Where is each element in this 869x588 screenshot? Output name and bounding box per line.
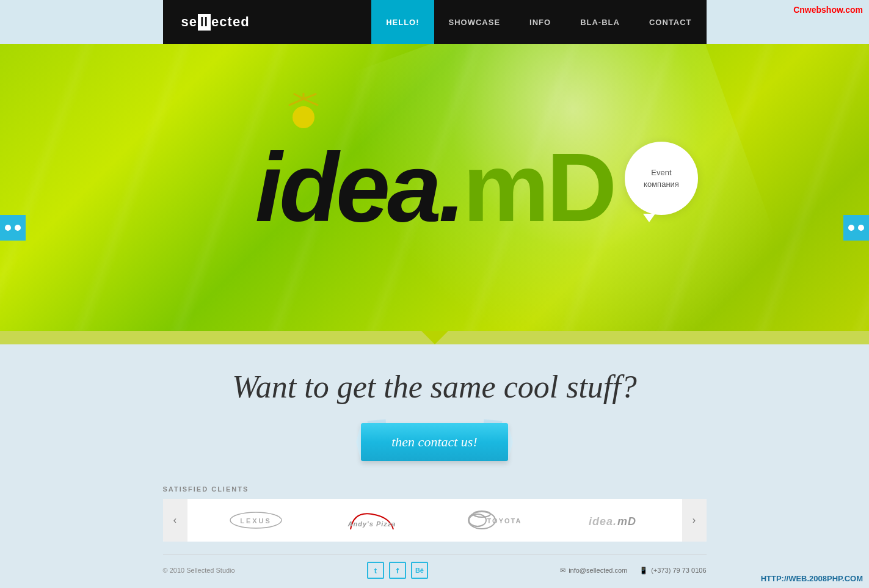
logo[interactable]: sellected	[163, 0, 372, 44]
svg-text:TOYOTA: TOYOTA	[487, 517, 522, 524]
nav-item-hello[interactable]: HELLO!	[371, 0, 434, 44]
client-logo-toyota: TOYOTA	[460, 510, 528, 531]
contact-btn-wrap: then contact us!	[12, 423, 857, 461]
md-text: mD	[462, 132, 614, 242]
eye-right	[15, 225, 21, 231]
clients-section: SATISFIED CLIENTS ‹ LEXUS Andy's Pizza	[163, 485, 707, 542]
prev-arrow-eyes	[5, 225, 21, 231]
hero-pointer-wrap	[0, 331, 869, 344]
nav-item-contact[interactable]: CONTACT	[634, 0, 707, 44]
nav-links: HELLO! SHOWCASE INFO BLA-BLA CONTACT	[371, 0, 706, 44]
svg-point-5	[293, 106, 315, 128]
phone-icon: 📱	[639, 567, 648, 575]
footer: © 2010 Sellected Studio t f Bē ✉ info@se…	[163, 554, 707, 586]
nav-item-blabla[interactable]: BLA-BLA	[565, 0, 634, 44]
content-area: Want to get the same cool stuff? then co…	[0, 344, 869, 588]
logo-text: sellected	[181, 14, 250, 31]
nav-item-showcase[interactable]: SHOWCASE	[434, 0, 515, 44]
eye-left2	[848, 225, 854, 231]
svg-point-9	[469, 514, 486, 526]
watermark-bottom: HTTP://WEB.2008PHP.COM	[761, 574, 863, 583]
hero-pointer	[421, 331, 448, 344]
eye-right2	[858, 225, 864, 231]
bubble-text: Event компания	[644, 167, 679, 191]
svg-text:LEXUS: LEXUS	[240, 517, 272, 524]
carousel-next[interactable]: ›	[682, 499, 707, 542]
prev-arrow[interactable]	[0, 215, 26, 241]
clients-carousel: ‹ LEXUS Andy's Pizza	[163, 499, 707, 542]
idea-logo-svg: idea. mD	[586, 510, 641, 531]
phone-text: (+373) 79 73 0106	[651, 567, 706, 574]
svg-text:mD: mD	[617, 515, 636, 528]
next-arrow-eyes	[848, 225, 864, 231]
sunburst-decoration	[282, 93, 325, 156]
hero-section: idea.mD Event компания	[0, 44, 869, 331]
client-logo-idea: idea. mD	[586, 510, 641, 531]
client-logo-lexus: LEXUS	[228, 511, 283, 529]
email-icon: ✉	[560, 567, 565, 575]
client-logo-andys: Andy's Pizza	[341, 508, 402, 532]
logo-highlight: ll	[198, 14, 211, 31]
hero-content: idea.mD Event компания	[0, 44, 869, 331]
tagline: Want to get the same cool stuff?	[12, 369, 857, 405]
behance-icon[interactable]: Bē	[411, 562, 428, 579]
social-icons: t f Bē	[367, 562, 428, 579]
clients-title: SATISFIED CLIENTS	[163, 485, 707, 493]
svg-line-1	[294, 94, 304, 99]
footer-phone: 📱 (+373) 79 73 0106	[639, 567, 706, 575]
svg-line-3	[304, 94, 316, 99]
svg-line-4	[304, 99, 318, 105]
watermark-top: Cnwebshow.com	[793, 5, 863, 15]
footer-email: ✉ info@sellected.com	[560, 567, 627, 575]
contact-button[interactable]: then contact us!	[361, 423, 508, 461]
svg-text:Andy's Pizza: Andy's Pizza	[347, 520, 396, 528]
speech-bubble: Event компания	[625, 142, 698, 215]
eye-left	[5, 225, 11, 231]
lexus-svg: LEXUS	[228, 511, 283, 529]
navbar: sellected HELLO! SHOWCASE INFO BLA-BLA C…	[163, 0, 707, 44]
facebook-icon[interactable]: f	[389, 562, 406, 579]
twitter-icon[interactable]: t	[367, 562, 384, 579]
toyota-svg: TOYOTA	[460, 510, 528, 531]
email-text: info@sellected.com	[569, 567, 627, 574]
nav-item-info[interactable]: INFO	[515, 0, 565, 44]
andys-svg: Andy's Pizza	[341, 508, 402, 532]
svg-line-2	[289, 99, 304, 105]
svg-text:idea.: idea.	[589, 515, 617, 528]
carousel-prev[interactable]: ‹	[163, 499, 187, 542]
footer-copyright: © 2010 Sellected Studio	[163, 567, 235, 574]
clients-logos: LEXUS Andy's Pizza TOYOTA	[187, 508, 682, 532]
next-arrow[interactable]	[843, 215, 869, 241]
footer-contact: ✉ info@sellected.com 📱 (+373) 79 73 0106	[560, 567, 706, 575]
